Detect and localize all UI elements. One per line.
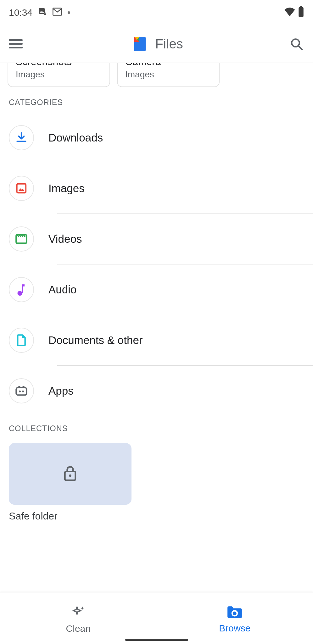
app-bar: Files — [0, 25, 313, 63]
category-audio[interactable]: Audio — [9, 264, 313, 315]
safe-folder-card[interactable] — [9, 443, 131, 505]
browse-content: Screenshots Images Camera Images Categor… — [0, 63, 313, 592]
nav-label: Clean — [66, 623, 91, 634]
category-label: Documents & other — [48, 334, 143, 347]
download-icon — [9, 125, 34, 150]
category-label: Downloads — [48, 131, 103, 144]
collections-header: Collections — [0, 416, 313, 439]
recent-card-subtitle: Images — [125, 69, 211, 80]
video-icon — [9, 226, 34, 252]
svg-rect-12 — [16, 388, 26, 395]
recent-folders-row[interactable]: Screenshots Images Camera Images — [0, 63, 313, 95]
wifi-icon — [284, 7, 295, 19]
svg-point-18 — [69, 475, 71, 477]
image-alert-icon — [38, 7, 47, 18]
recent-card-title: Camera — [125, 63, 211, 68]
menu-button[interactable] — [9, 36, 24, 52]
sparkle-icon — [70, 604, 86, 621]
status-bar: 10:34 — [0, 0, 313, 25]
gmail-icon — [53, 7, 62, 18]
category-label: Audio — [48, 283, 77, 296]
svg-point-11 — [18, 291, 22, 296]
safe-folder-label: Safe folder — [0, 510, 313, 522]
recent-card-subtitle: Images — [16, 69, 102, 80]
svg-point-1 — [44, 13, 46, 15]
apps-icon — [9, 378, 34, 403]
nav-browse[interactable]: Browse — [157, 594, 313, 644]
category-documents[interactable]: Documents & other — [9, 315, 313, 365]
bottom-nav-wrap: Clean Browse — [0, 592, 313, 644]
search-icon — [290, 37, 303, 51]
category-images[interactable]: Images — [9, 163, 313, 214]
battery-icon — [298, 6, 304, 19]
svg-rect-6 — [134, 37, 149, 51]
gesture-handle[interactable] — [125, 639, 188, 641]
svg-rect-9 — [17, 184, 26, 193]
category-label: Apps — [48, 385, 74, 397]
svg-line-8 — [299, 46, 302, 49]
category-videos[interactable]: Videos — [9, 214, 313, 264]
notification-dot-icon — [68, 11, 70, 14]
recent-card-camera[interactable]: Camera Images — [117, 63, 220, 87]
categories-header: Categories — [0, 95, 313, 113]
nav-label: Browse — [219, 623, 250, 634]
category-downloads[interactable]: Downloads — [9, 113, 313, 163]
files-logo-icon — [130, 37, 149, 51]
svg-point-14 — [22, 386, 25, 388]
category-apps[interactable]: Apps — [9, 366, 313, 416]
svg-point-16 — [22, 391, 24, 392]
recent-card-screenshots[interactable]: Screenshots Images — [8, 63, 110, 87]
image-icon — [9, 176, 34, 201]
category-label: Images — [48, 182, 85, 195]
lock-icon — [63, 465, 77, 483]
categories-list: Downloads Images Videos Audio — [0, 113, 313, 416]
status-time: 10:34 — [9, 7, 32, 18]
category-label: Videos — [48, 233, 82, 245]
svg-rect-5 — [300, 6, 302, 8]
svg-point-13 — [18, 386, 20, 388]
document-icon — [9, 328, 34, 353]
svg-point-15 — [19, 391, 21, 392]
svg-rect-2 — [45, 12, 45, 14]
app-title: Files — [155, 36, 183, 52]
nav-clean[interactable]: Clean — [0, 594, 157, 644]
browse-folder-icon — [226, 605, 243, 621]
search-button[interactable] — [289, 36, 304, 52]
recent-card-title: Screenshots — [16, 63, 102, 68]
bottom-nav: Clean Browse — [0, 592, 313, 644]
audio-icon — [9, 277, 34, 302]
svg-rect-4 — [299, 7, 303, 17]
